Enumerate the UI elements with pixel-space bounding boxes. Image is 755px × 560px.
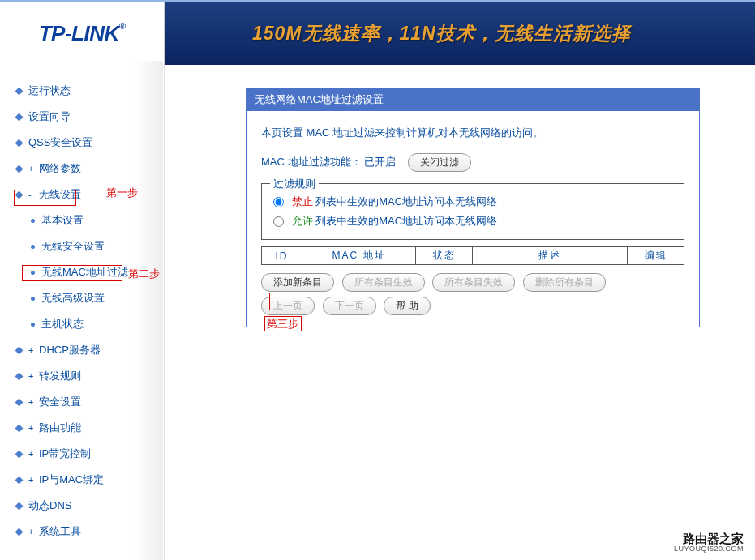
sidebar-item-advanced[interactable]: 无线高级设置 [0,285,164,311]
sidebar-item-ipmac[interactable]: +IP与MAC绑定 [0,467,164,493]
bullet-icon [15,528,24,536]
sidebar-item-routing[interactable]: +路由功能 [0,415,164,441]
sidebar-label: 无线安全设置 [41,239,105,254]
pager-row: 上一页 下一页 帮 助 [261,297,684,315]
bullet-icon [15,372,24,380]
filter-rule-box: 过滤规则 禁止 列表中生效的MAC地址访问本无线网络 允许 列表中生效的MAC地… [261,183,684,240]
sidebar-label: 无线设置 [39,187,81,202]
allow-label: 允许 [292,215,313,227]
expand-icon: + [28,423,36,433]
col-edit: 编辑 [628,247,684,265]
dot-icon [31,219,35,223]
sidebar-item-basic[interactable]: 基本设置 [0,207,164,233]
sidebar-label: 无线MAC地址过滤 [41,265,128,280]
logo-area: TP-LINK® [0,2,165,65]
sidebar-label: 无线高级设置 [41,291,105,306]
panel-description: 本页设置 MAC 地址过滤来控制计算机对本无线网络的访问。 [261,126,684,140]
sidebar-label: 网络参数 [39,161,81,176]
sidebar-label: QSS安全设置 [28,135,92,150]
sidebar-item-macfilter[interactable]: 无线MAC地址过滤 [0,259,164,285]
prev-page-button[interactable]: 上一页 [261,297,315,315]
allow-radio[interactable] [273,216,284,227]
expand-icon: + [28,475,36,485]
sidebar-item-wizard[interactable]: 设置向导 [0,104,164,130]
sidebar-label: DHCP服务器 [39,343,101,357]
expand-icon: + [28,527,36,536]
col-id: ID [262,247,302,265]
sidebar-label: 路由功能 [39,421,81,435]
bullet-icon [15,450,24,458]
toggle-filter-button[interactable]: 关闭过滤 [408,153,471,172]
col-desc: 描述 [473,247,628,265]
dot-icon [31,297,35,301]
sidebar-item-security[interactable]: 无线安全设置 [0,233,164,259]
expand-icon: + [28,449,36,459]
deny-label: 禁止 [292,195,313,207]
sidebar-item-ddns[interactable]: 动态DNS [0,493,164,519]
rule-box-title: 过滤规则 [270,177,319,191]
sidebar-label: IP带宽控制 [39,447,91,461]
status-value: 已开启 [364,156,396,168]
bullet-icon [15,502,24,510]
sidebar-item-security2[interactable]: +安全设置 [0,389,164,415]
settings-panel: 无线网络MAC地址过滤设置 本页设置 MAC 地址过滤来控制计算机对本无线网络的… [246,88,700,327]
allow-rule-row[interactable]: 允许 列表中生效的MAC地址访问本无线网络 [273,212,672,231]
header: TP-LINK® 150M无线速率，11N技术，无线生活新选择 [0,0,755,65]
bullet-icon [15,113,24,121]
panel-title: 无线网络MAC地址过滤设置 [247,88,699,111]
sidebar-item-hosts[interactable]: 主机状态 [0,311,164,337]
disable-all-button[interactable]: 所有条目失效 [432,273,515,292]
sidebar-item-status[interactable]: 运行状态 [0,78,164,104]
collapse-icon: - [28,190,36,199]
sidebar-label: IP与MAC绑定 [39,472,104,487]
sidebar-label: 主机状态 [41,317,84,331]
help-button[interactable]: 帮 助 [384,297,430,315]
col-status: 状态 [416,247,473,265]
mac-table: ID MAC 地址 状态 描述 编辑 [261,246,684,265]
sidebar-item-qos[interactable]: +IP带宽控制 [0,441,164,467]
expand-icon: + [28,345,36,355]
watermark-en: LUYOUQI520.COM [674,545,744,554]
watermark: 路由器之家 LUYOUQI520.COM [674,532,744,554]
enable-all-button[interactable]: 所有条目生效 [342,273,425,292]
bullet-icon [15,87,24,95]
sidebar-item-qss[interactable]: QSS安全设置 [0,130,164,156]
bullet-icon [15,424,24,432]
filter-status-row: MAC 地址过滤功能： 已开启 关闭过滤 [261,153,684,172]
action-buttons: 添加新条目 所有条目生效 所有条目失效 删除所有条目 [261,273,684,292]
content: 无线网络MAC地址过滤设置 本页设置 MAC 地址过滤来控制计算机对本无线网络的… [165,65,755,560]
sidebar-label: 系统工具 [39,524,81,539]
bullet-icon [15,398,24,406]
bullet-icon [15,165,24,173]
brand-logo: TP-LINK® [39,21,126,46]
bullet-icon [15,139,24,147]
bullet-icon [15,346,24,354]
rule-suffix: 列表中生效的MAC地址访问本无线网络 [313,195,498,207]
sidebar-item-forward[interactable]: +转发规则 [0,363,164,389]
sidebar-item-tools[interactable]: +系统工具 [0,519,164,545]
sidebar-item-dhcp[interactable]: +DHCP服务器 [0,337,164,363]
col-mac: MAC 地址 [302,247,416,265]
sidebar-item-network[interactable]: +网络参数 [0,156,164,182]
sidebar-label: 安全设置 [39,395,81,409]
bullet-icon [15,476,24,484]
watermark-cn: 路由器之家 [674,532,744,546]
sidebar-label: 动态DNS [28,498,71,513]
sidebar-label: 运行状态 [28,83,71,98]
expand-icon: + [28,164,36,173]
dot-icon [31,245,35,249]
rule-suffix: 列表中生效的MAC地址访问本无线网络 [313,215,498,227]
deny-rule-row[interactable]: 禁止 列表中生效的MAC地址访问本无线网络 [273,192,672,212]
sidebar: 运行状态 设置向导 QSS安全设置 +网络参数 -无线设置 基本设置 无线安全设… [0,65,165,560]
add-entry-button[interactable]: 添加新条目 [261,273,334,292]
deny-radio[interactable] [273,197,284,207]
sidebar-item-wireless[interactable]: -无线设置 [0,182,164,207]
banner-text: 150M无线速率，11N技术，无线生活新选择 [252,21,631,46]
status-label: MAC 地址过滤功能： [261,156,362,168]
bullet-icon [15,190,24,199]
dot-icon [31,271,35,275]
expand-icon: + [28,397,36,407]
sidebar-label: 转发规则 [39,369,81,383]
next-page-button[interactable]: 下一页 [323,297,376,315]
delete-all-button[interactable]: 删除所有条目 [523,273,606,292]
